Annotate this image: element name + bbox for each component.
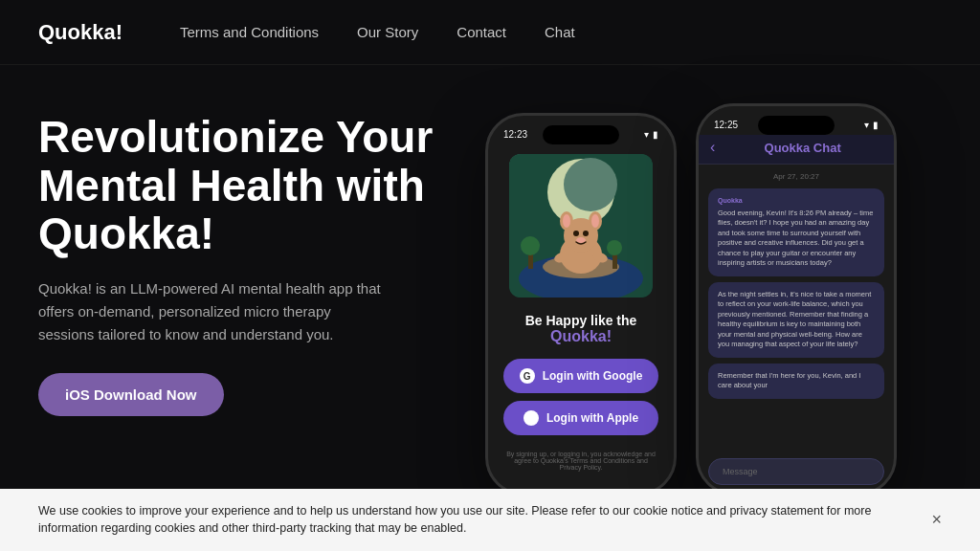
back-button[interactable]: ‹ — [710, 139, 715, 156]
status-icons-2: ▾ ▮ — [864, 120, 879, 130]
tagline-line2: Quokka! — [525, 328, 637, 345]
nav-item-story[interactable]: Our Story — [357, 24, 418, 41]
navbar: Quokka! Terms and Conditions Our Story C… — [0, 0, 980, 65]
ios-download-button[interactable]: iOS Download Now — [38, 373, 224, 416]
nav-item-contact[interactable]: Contact — [457, 24, 506, 41]
phone1-tagline: Be Happy like the Quokka! — [525, 313, 637, 345]
phone-time-2: 12:25 — [714, 120, 738, 130]
login-apple-button[interactable]: Login with Apple — [503, 401, 658, 435]
phone-notch-2 — [758, 116, 835, 135]
google-icon: G — [520, 368, 535, 384]
wifi-icon-2: ▾ — [864, 120, 869, 130]
phone-1: 12:23 ▾ ▮ — [485, 113, 677, 496]
tagline-line1: Be Happy like the — [525, 313, 637, 328]
chat-area: Apr 27, 20:27 Quokka Good evening, Kevin… — [699, 165, 894, 465]
phone1-content: Be Happy like the Quokka! G Login with G… — [488, 144, 674, 480]
svg-point-12 — [583, 231, 589, 236]
svg-point-11 — [573, 231, 579, 236]
sender-name: Quokka — [718, 196, 875, 206]
quokka-image — [509, 154, 653, 298]
svg-point-19 — [607, 240, 622, 255]
chat-bubble-1: Quokka Good evening, Kevin! It's 8:26 PM… — [708, 188, 884, 276]
svg-point-13 — [576, 237, 586, 243]
battery-icon: ▮ — [653, 129, 658, 140]
nav-item-terms[interactable]: Terms and Conditions — [180, 24, 319, 41]
svg-point-2 — [564, 158, 617, 211]
svg-point-9 — [563, 214, 570, 228]
apple-icon — [523, 410, 539, 426]
svg-point-17 — [521, 236, 540, 255]
battery-icon-2: ▮ — [873, 120, 879, 130]
wifi-icon: ▾ — [644, 129, 649, 140]
nav-item-chat[interactable]: Chat — [545, 24, 575, 41]
logo[interactable]: Quokka! — [38, 20, 122, 45]
hero-headline: Revolutionize Your Mental Health with Qu… — [38, 113, 440, 258]
phone-2: 12:25 ▾ ▮ ‹ Quokka Chat Apr 27, 20:27 Qu… — [696, 103, 897, 496]
message-input[interactable]: Message — [708, 458, 884, 485]
svg-point-10 — [591, 214, 599, 228]
phone-notch-1 — [543, 125, 619, 144]
hero-section: Revolutionize Your Mental Health with Qu… — [0, 65, 980, 484]
phones-container: 12:23 ▾ ▮ — [440, 103, 942, 496]
phone2-header: ‹ Quokka Chat — [699, 135, 894, 165]
cookie-text: We use cookies to improve your experienc… — [38, 502, 931, 539]
cookie-close-button[interactable]: × — [931, 507, 942, 533]
phone-time-1: 12:23 — [503, 129, 527, 140]
fine-print: By signing up, or logging in, you acknow… — [503, 451, 658, 471]
login-google-button[interactable]: G Login with Google — [503, 359, 658, 393]
status-icons-1: ▾ ▮ — [644, 129, 658, 140]
chat-bubble-3: Remember that I'm here for you, Kevin, a… — [708, 364, 884, 399]
chat-title: Quokka Chat — [723, 141, 882, 155]
chat-date: Apr 27, 20:27 — [708, 172, 884, 181]
hero-text: Revolutionize Your Mental Health with Qu… — [38, 103, 440, 416]
hero-description: Quokka! is an LLM-powered AI mental heal… — [38, 277, 383, 346]
nav-links: Terms and Conditions Our Story Contact C… — [180, 24, 575, 41]
chat-bubble-2: As the night settles in, it's nice to ta… — [708, 282, 884, 358]
cookie-banner: We use cookies to improve your experienc… — [0, 489, 980, 552]
